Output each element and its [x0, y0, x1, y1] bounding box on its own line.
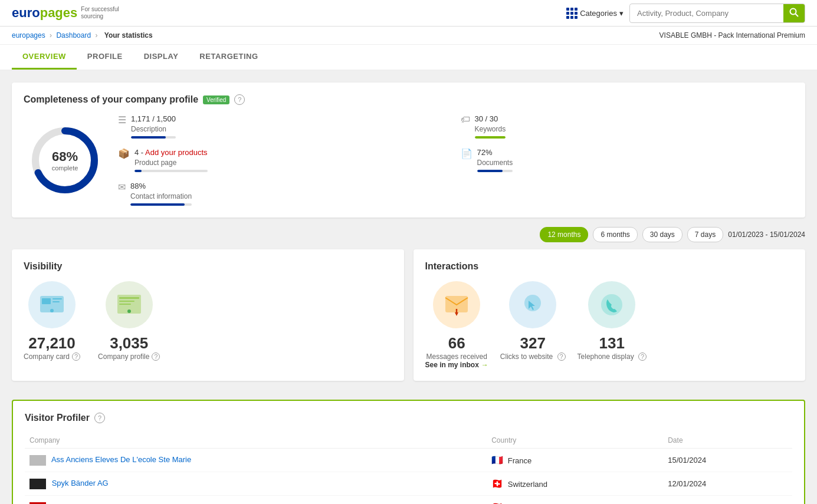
search-icon: [789, 8, 799, 17]
time-6months-button[interactable]: 6 months: [593, 227, 637, 242]
tab-overview[interactable]: OVERVIEW: [12, 45, 77, 70]
company-profile-label: Company profile ?: [98, 353, 160, 361]
company-logo: [29, 455, 46, 466]
visitor-table-header-row: Company Country Date: [25, 433, 792, 449]
add-products-link[interactable]: Add your products: [145, 148, 208, 157]
date-cell: 12/01/2024: [663, 472, 792, 496]
metric-keywords: 🏷 30 / 30 Keywords: [461, 114, 794, 139]
metric-keywords-name: Keywords: [475, 125, 506, 133]
categories-button[interactable]: Categories ▾: [566, 8, 624, 19]
company-profile-icon: [114, 290, 144, 319]
completeness-help-icon[interactable]: ?: [234, 94, 245, 105]
messages-icon: [442, 290, 471, 319]
date-cell: 12/01/2024: [663, 496, 792, 505]
metric-product: 📦 4 - Add your products Product page: [118, 148, 451, 172]
company-label: VISABLE GMBH - Pack International Premiu…: [659, 31, 805, 39]
interaction-clicks: 327 Clicks to website ?: [500, 281, 566, 361]
logo: europages For successful sourcing: [12, 5, 119, 21]
company-card-icon-wrap: [28, 281, 76, 328]
table-row: Ass Anciens Eleves De L'ecole Ste Marie …: [25, 449, 792, 472]
metrics-grid: ☰ 1,171 / 1,500 Description: [118, 114, 793, 206]
visibility-items: 27,210 Company card ?: [24, 281, 392, 361]
visitor-profiler-title: Visitor Profiler: [25, 413, 90, 423]
completeness-body: 68% complete ☰ 1,171 / 1,500 Description: [24, 114, 793, 206]
clicks-help-icon[interactable]: ?: [557, 353, 566, 361]
column-company: Company: [25, 433, 487, 449]
telephone-icon: [597, 290, 626, 319]
company-card-icon: [37, 290, 67, 319]
metric-contact-value: 88%: [130, 182, 192, 190]
svg-rect-6: [53, 298, 62, 299]
table-row: Spyk Bänder AG 🇨🇭 Switzerland 12/01/2024: [25, 472, 792, 496]
company-profile-help-icon[interactable]: ?: [152, 353, 160, 361]
chevron-down-icon: ▾: [619, 9, 624, 18]
interaction-messages: 66 Messages received See in my inbox →: [425, 281, 488, 369]
company-profile-number: 3,035: [98, 334, 160, 353]
breadcrumb-europages[interactable]: europages: [12, 31, 45, 39]
clicks-number: 327: [500, 334, 566, 353]
telephone-label: Telephone display ?: [578, 353, 647, 361]
see-inbox-link[interactable]: See in my inbox →: [425, 361, 488, 369]
column-country: Country: [487, 433, 663, 449]
logo-euro: euro: [12, 5, 40, 21]
metric-contact: ✉ 88% Contact information: [118, 182, 451, 206]
breadcrumb-current: Your statistics: [104, 31, 153, 39]
search-button[interactable]: [783, 4, 805, 22]
country-cell: 🇫🇷 France: [487, 449, 663, 472]
time-12months-button[interactable]: 12 months: [540, 227, 588, 242]
metric-product-name: Product page: [134, 159, 208, 167]
header-search-area: Categories ▾: [566, 4, 805, 23]
search-input[interactable]: [630, 5, 783, 21]
breadcrumb: europages › Dashboard › Your statistics: [12, 31, 155, 39]
company-card-number: 27,210: [24, 334, 80, 353]
description-icon: ☰: [118, 114, 126, 126]
completeness-title: Completeness of your company profile: [24, 94, 198, 105]
time-7days-button[interactable]: 7 days: [687, 227, 723, 242]
flag-icon: 🇫🇷: [491, 455, 503, 465]
metric-documents: 📄 72% Documents: [461, 148, 794, 172]
company-card-help-icon[interactable]: ?: [72, 353, 80, 361]
table-row: RIAG Oberflächentechnik AG 🇨🇭 Switzerlan…: [25, 496, 792, 505]
country-cell: 🇨🇭 Switzerland: [487, 472, 663, 496]
visitor-table-head: Company Country Date: [25, 433, 792, 449]
metric-product-progress: [134, 170, 208, 172]
tab-retargeting[interactable]: RETARGETING: [189, 45, 268, 70]
completeness-card: Completeness of your company profile Ver…: [12, 83, 805, 218]
date-cell: 15/01/2024: [663, 449, 792, 472]
visitor-profiler-help-icon[interactable]: ?: [94, 413, 105, 423]
grid-icon: [566, 8, 578, 19]
company-link[interactable]: Ass Anciens Eleves De L'ecole Ste Marie: [51, 455, 191, 464]
date-range: 01/01/2023 - 15/01/2024: [728, 230, 805, 239]
country-cell: 🇨🇭 Switzerland: [487, 496, 663, 505]
visibility-company-card: 27,210 Company card ?: [24, 281, 80, 361]
company-card-label: Company card ?: [24, 353, 80, 361]
interactions-card: Interactions 66 Messages received: [414, 249, 806, 381]
visitor-table-body: Ass Anciens Eleves De L'ecole Ste Marie …: [25, 449, 792, 505]
flag-icon: 🇨🇭: [491, 479, 503, 489]
donut-percent: 68%: [52, 149, 78, 164]
logo-tagline: For successful sourcing: [81, 6, 119, 20]
clicks-icon: [518, 290, 547, 319]
completeness-header: Completeness of your company profile Ver…: [24, 94, 793, 105]
company-logo: [29, 479, 46, 489]
telephone-help-icon[interactable]: ?: [638, 353, 647, 361]
metric-documents-name: Documents: [477, 159, 513, 167]
svg-rect-12: [119, 304, 131, 305]
svg-line-1: [796, 14, 799, 17]
metric-description-name: Description: [131, 125, 176, 133]
contact-icon: ✉: [118, 182, 126, 193]
metric-contact-progress: [130, 203, 192, 206]
visitor-profiler-card: Visitor Profiler ? Company Country Date …: [12, 400, 805, 504]
donut-chart: 68% complete: [29, 125, 100, 196]
svg-rect-10: [119, 297, 139, 299]
tab-profile[interactable]: PROFILE: [77, 45, 133, 70]
breadcrumb-dashboard[interactable]: Dashboard: [56, 31, 91, 39]
tabs: OVERVIEW PROFILE DISPLAY RETARGETING: [12, 45, 805, 70]
messages-number: 66: [425, 334, 488, 353]
time-30days-button[interactable]: 30 days: [642, 227, 683, 242]
company-link[interactable]: Spyk Bänder AG: [52, 479, 109, 487]
tab-display[interactable]: DISPLAY: [133, 45, 189, 70]
metric-documents-value: 72%: [477, 148, 513, 157]
document-icon: 📄: [461, 148, 473, 159]
metric-keywords-progress: [475, 136, 506, 139]
